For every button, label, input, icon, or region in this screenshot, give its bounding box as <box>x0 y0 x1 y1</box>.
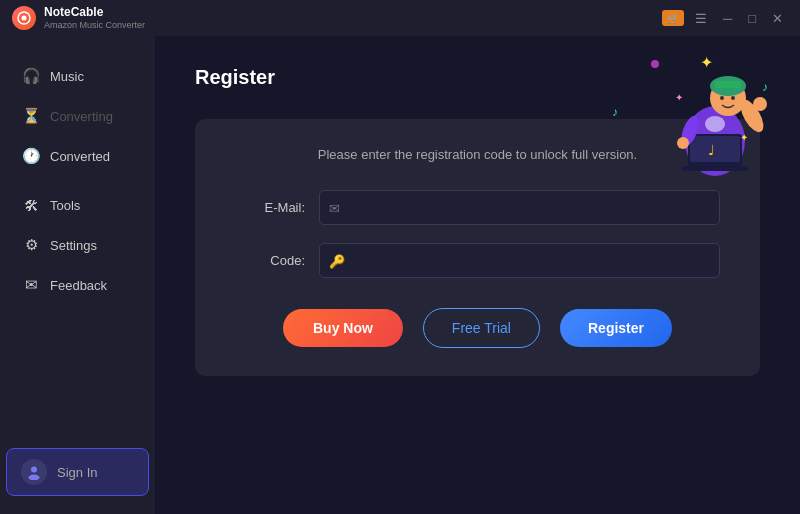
svg-text:✦: ✦ <box>740 132 748 143</box>
sidebar-label-settings: Settings <box>50 238 97 253</box>
svg-text:✦: ✦ <box>675 92 683 103</box>
minimize-icon[interactable]: ─ <box>718 9 737 28</box>
sidebar-item-feedback[interactable]: ✉ Feedback <box>6 266 149 304</box>
code-form-row: Code: 🔑 <box>235 243 720 278</box>
converted-icon: 🕐 <box>22 147 40 165</box>
titlebar: NoteCable Amazon Music Converter 🛒 ☰ ─ □… <box>0 0 800 36</box>
buy-now-button[interactable]: Buy Now <box>283 309 403 347</box>
sidebar-item-tools[interactable]: 🛠 Tools <box>6 187 149 224</box>
free-trial-button[interactable]: Free Trial <box>423 308 540 348</box>
sidebar-bottom: Sign In <box>0 440 155 504</box>
sidebar-item-music[interactable]: 🎧 Music <box>6 57 149 95</box>
menu-icon[interactable]: ☰ <box>690 9 712 28</box>
main-layout: 🎧 Music ⏳ Converting 🕐 Converted 🛠 Tools… <box>0 36 800 514</box>
sign-in-avatar <box>21 459 47 485</box>
svg-rect-12 <box>682 166 748 171</box>
svg-point-22 <box>705 116 725 132</box>
sidebar-label-music: Music <box>50 69 84 84</box>
button-row: Buy Now Free Trial Register <box>235 308 720 348</box>
svg-point-3 <box>29 475 40 481</box>
register-button[interactable]: Register <box>560 309 672 347</box>
email-form-row: E-Mail: ✉ <box>235 190 720 225</box>
svg-text:♪: ♪ <box>612 105 618 119</box>
svg-point-2 <box>31 467 37 473</box>
app-name: NoteCable <box>44 5 145 19</box>
sidebar-label-converting: Converting <box>50 109 113 124</box>
svg-text:♪: ♪ <box>762 80 768 94</box>
app-subtitle: Amazon Music Converter <box>44 20 145 31</box>
sign-in-label: Sign In <box>57 465 97 480</box>
sidebar-label-tools: Tools <box>50 198 80 213</box>
code-icon: 🔑 <box>329 253 345 268</box>
svg-rect-10 <box>690 136 740 162</box>
sign-in-button[interactable]: Sign In <box>6 448 149 496</box>
sidebar-item-settings[interactable]: ⚙ Settings <box>6 226 149 264</box>
svg-point-17 <box>731 96 735 100</box>
feedback-icon: ✉ <box>22 276 40 294</box>
email-input[interactable] <box>319 190 720 225</box>
titlebar-left: NoteCable Amazon Music Converter <box>12 5 145 30</box>
code-input[interactable] <box>319 243 720 278</box>
maximize-icon[interactable]: □ <box>743 9 761 28</box>
email-input-wrap: ✉ <box>319 190 720 225</box>
svg-point-19 <box>753 97 767 111</box>
app-logo <box>12 6 36 30</box>
sidebar-item-converted[interactable]: 🕐 Converted <box>6 137 149 175</box>
cart-icon[interactable]: 🛒 <box>662 10 684 26</box>
tools-icon: 🛠 <box>22 197 40 214</box>
app-name-block: NoteCable Amazon Music Converter <box>44 5 145 30</box>
svg-point-21 <box>677 137 689 149</box>
sidebar-label-converted: Converted <box>50 149 110 164</box>
email-label: E-Mail: <box>235 200 305 215</box>
sidebar: 🎧 Music ⏳ Converting 🕐 Converted 🛠 Tools… <box>0 36 155 514</box>
code-label: Code: <box>235 253 305 268</box>
svg-point-1 <box>22 16 27 21</box>
svg-point-16 <box>720 96 724 100</box>
sidebar-item-converting: ⏳ Converting <box>6 97 149 135</box>
sidebar-label-feedback: Feedback <box>50 278 107 293</box>
converting-icon: ⏳ <box>22 107 40 125</box>
svg-rect-15 <box>715 81 741 88</box>
illustration: ✦ ♪ ♪ ♩ <box>600 46 780 176</box>
close-icon[interactable]: ✕ <box>767 9 788 28</box>
email-icon: ✉ <box>329 200 340 215</box>
svg-text:✦: ✦ <box>700 54 713 71</box>
svg-point-4 <box>651 60 659 68</box>
music-icon: 🎧 <box>22 67 40 85</box>
settings-icon: ⚙ <box>22 236 40 254</box>
content-area: ✦ ♪ ♪ ♩ <box>155 36 800 514</box>
titlebar-controls: 🛒 ☰ ─ □ ✕ <box>662 9 788 28</box>
code-input-wrap: 🔑 <box>319 243 720 278</box>
svg-text:♩: ♩ <box>708 142 715 158</box>
